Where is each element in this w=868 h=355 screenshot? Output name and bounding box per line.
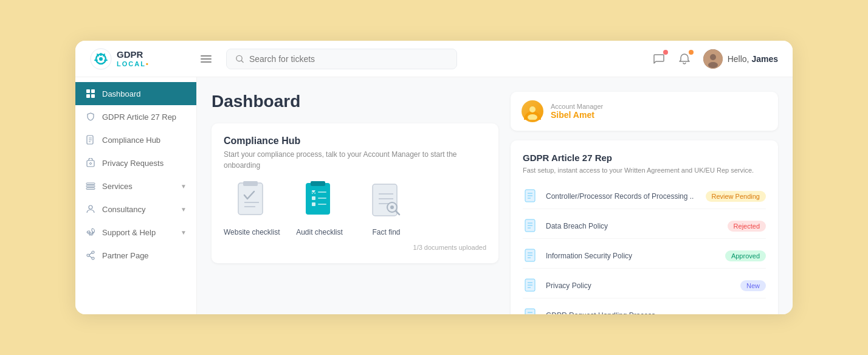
doc-file-icon bbox=[523, 307, 540, 315]
compliance-icon bbox=[85, 134, 96, 145]
user-greeting: Hello, James bbox=[728, 54, 778, 64]
hamburger-menu[interactable] bbox=[201, 55, 212, 63]
svg-rect-12 bbox=[91, 94, 95, 98]
status-badge-1: Review Pending bbox=[706, 191, 766, 202]
doc-name-5: GDPR Request Handling Process bbox=[546, 311, 766, 315]
user-area[interactable]: Hello, James bbox=[703, 49, 778, 69]
doc-file-icon bbox=[523, 218, 540, 235]
messages-button[interactable] bbox=[652, 52, 666, 66]
support-arrow: ▼ bbox=[181, 229, 187, 236]
svg-rect-38 bbox=[312, 202, 315, 206]
consultancy-arrow: ▼ bbox=[181, 206, 187, 213]
sidebar: Dashboard GDPR Article 27 Rep bbox=[75, 77, 197, 314]
left-panel: Dashboard Compliance Hub Start your comp… bbox=[212, 92, 498, 300]
notifications-button[interactable] bbox=[678, 52, 691, 66]
svg-rect-11 bbox=[86, 94, 90, 98]
gdpr27-subtitle: Fast setup, instant access to your Writt… bbox=[523, 165, 766, 176]
grid-icon bbox=[85, 88, 96, 99]
am-name: Sibel Amet bbox=[551, 110, 603, 120]
doc-row[interactable]: Information Security Policy Approved bbox=[523, 244, 766, 269]
search-bar[interactable] bbox=[226, 49, 457, 69]
audit-checklist-item[interactable]: Audit checklist bbox=[292, 181, 346, 236]
sidebar-item-partner[interactable]: Partner Page bbox=[75, 244, 196, 267]
logo-text: GDPR LOCAL• bbox=[117, 50, 150, 67]
svg-rect-35 bbox=[318, 191, 326, 193]
svg-line-26 bbox=[89, 253, 92, 255]
am-avatar bbox=[522, 100, 543, 122]
sidebar-item-dashboard[interactable]: Dashboard bbox=[75, 82, 196, 105]
svg-point-2 bbox=[99, 57, 103, 61]
logo-area: GDPR LOCAL• bbox=[90, 48, 212, 70]
doc-name-2: Data Breach Policy bbox=[546, 222, 722, 230]
sidebar-label-consultancy: Consultancy bbox=[102, 205, 146, 214]
content-area: Dashboard Compliance Hub Start your comp… bbox=[197, 77, 793, 314]
sidebar-item-compliance[interactable]: Compliance Hub bbox=[75, 128, 196, 151]
svg-rect-28 bbox=[238, 183, 263, 215]
logo-icon bbox=[90, 48, 112, 70]
services-arrow: ▼ bbox=[181, 183, 187, 190]
svg-rect-33 bbox=[311, 181, 325, 186]
svg-line-5 bbox=[241, 60, 243, 62]
audit-icon bbox=[298, 181, 340, 223]
doc-row[interactable]: Controller/Processor Records of Processi… bbox=[523, 184, 766, 209]
svg-point-23 bbox=[92, 251, 94, 253]
app-container: GDPR LOCAL• bbox=[75, 41, 793, 314]
gdpr27-card: GDPR Article 27 Rep Fast setup, instant … bbox=[511, 140, 778, 314]
svg-rect-39 bbox=[318, 204, 326, 205]
svg-rect-40 bbox=[373, 184, 397, 216]
doc-row[interactable]: Data Breach Policy Rejected bbox=[523, 214, 766, 239]
sidebar-item-gdpr27[interactable]: GDPR Article 27 Rep bbox=[75, 105, 196, 128]
website-checklist-label: Website checklist bbox=[224, 228, 280, 236]
fact-find-label: Fact find bbox=[372, 228, 400, 236]
shield-icon bbox=[85, 111, 96, 122]
user-avatar-img bbox=[703, 49, 723, 69]
status-badge-2: Rejected bbox=[728, 221, 766, 232]
svg-rect-32 bbox=[306, 183, 330, 215]
svg-rect-36 bbox=[312, 196, 315, 200]
website-checklist-item[interactable]: Website checklist bbox=[224, 181, 280, 236]
audit-checklist-label: Audit checklist bbox=[296, 228, 343, 236]
sidebar-label-dashboard: Dashboard bbox=[102, 89, 141, 98]
svg-rect-19 bbox=[86, 183, 95, 185]
sidebar-item-support[interactable]: Support & Help ▼ bbox=[75, 221, 196, 244]
compliance-hub-subtitle: Start your compliance process, talk to y… bbox=[224, 149, 486, 171]
account-manager-card: Account Manager Sibel Amet bbox=[511, 92, 778, 131]
svg-rect-10 bbox=[91, 89, 95, 93]
svg-point-8 bbox=[708, 62, 718, 68]
compliance-hub-footer: 1/3 documents uploaded bbox=[224, 244, 486, 251]
compliance-hub-card: Compliance Hub Start your compliance pro… bbox=[212, 123, 498, 263]
svg-point-7 bbox=[710, 54, 716, 60]
svg-rect-3 bbox=[100, 53, 102, 56]
user-name: James bbox=[751, 54, 778, 64]
svg-rect-66 bbox=[525, 309, 535, 315]
doc-file-icon bbox=[523, 247, 540, 264]
compliance-hub-items: Website checklist bbox=[224, 181, 486, 236]
search-icon bbox=[235, 54, 244, 64]
privacy-icon bbox=[85, 157, 96, 168]
doc-row[interactable]: GDPR Request Handling Process bbox=[523, 303, 766, 315]
am-label: Account Manager bbox=[551, 103, 603, 110]
main-layout: Dashboard GDPR Article 27 Rep bbox=[75, 77, 793, 314]
factfind-icon bbox=[365, 181, 407, 223]
sidebar-item-services[interactable]: Services ▼ bbox=[75, 174, 196, 198]
svg-rect-29 bbox=[243, 181, 258, 186]
tool-icon bbox=[85, 227, 96, 238]
sidebar-item-consultancy[interactable]: Consultancy ▼ bbox=[75, 198, 196, 221]
svg-rect-17 bbox=[87, 160, 94, 167]
doc-list: Controller/Processor Records of Processi… bbox=[523, 184, 766, 315]
fact-find-item[interactable]: Fact find bbox=[359, 181, 413, 236]
status-badge-4: New bbox=[740, 280, 766, 291]
svg-point-18 bbox=[90, 163, 92, 165]
sidebar-label-support: Support & Help bbox=[102, 228, 156, 237]
svg-rect-9 bbox=[86, 89, 90, 93]
sidebar-label-partner: Partner Page bbox=[102, 251, 149, 260]
search-input[interactable] bbox=[249, 54, 448, 64]
doc-row[interactable]: Privacy Policy New bbox=[523, 274, 766, 298]
header-right: Hello, James bbox=[652, 49, 778, 69]
am-info: Account Manager Sibel Amet bbox=[551, 103, 603, 120]
sidebar-item-privacy[interactable]: Privacy Requests bbox=[75, 151, 196, 174]
svg-line-27 bbox=[89, 256, 92, 258]
svg-point-24 bbox=[87, 254, 89, 257]
checklist-icon bbox=[230, 181, 273, 223]
sidebar-label-privacy: Privacy Requests bbox=[102, 159, 164, 168]
